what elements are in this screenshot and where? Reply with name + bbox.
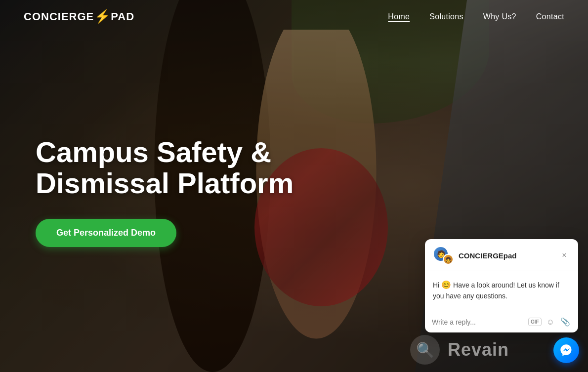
hero-content: Campus Safety & Dismissal Platform Get P… <box>36 136 294 247</box>
chat-reply-input[interactable] <box>432 318 524 326</box>
chat-avatar-small: 👧 <box>443 254 454 265</box>
get-demo-button[interactable]: Get Personalized Demo <box>36 219 176 247</box>
hero-section: CONCIERGE ⚡ PAD Home Solutions Why Us? C… <box>0 0 588 372</box>
nav-link-whyus[interactable]: Why Us? <box>483 12 516 21</box>
chat-widget: 🧑 👧 CONCIERGEpad × Hi 😊 Have a look arou… <box>425 239 578 332</box>
nav-item-contact[interactable]: Contact <box>536 12 564 21</box>
nav-link-home[interactable]: Home <box>388 12 410 21</box>
nav-item-solutions[interactable]: Solutions <box>429 12 463 21</box>
brand-logo[interactable]: CONCIERGE ⚡ PAD <box>24 9 134 24</box>
chat-smile-emoji: 😊 <box>441 281 451 289</box>
hero-title-line1: Campus Safety & <box>36 135 271 167</box>
hero-title: Campus Safety & Dismissal Platform <box>36 136 294 199</box>
messenger-bubble-button[interactable] <box>553 337 579 363</box>
chat-input-area[interactable]: GIF ☺ 📎 <box>425 311 578 332</box>
nav-link-contact[interactable]: Contact <box>536 12 564 21</box>
nav-item-home[interactable]: Home <box>388 12 410 21</box>
chat-message-body: Have a look around! Let us know if you h… <box>433 281 559 300</box>
nav-links: Home Solutions Why Us? Contact <box>388 12 564 21</box>
chat-close-button[interactable]: × <box>558 249 570 261</box>
chat-body: Hi 😊 Have a look around! Let us know if … <box>425 271 578 311</box>
chat-gif-button[interactable]: GIF <box>528 318 542 326</box>
chat-attachment-button[interactable]: 📎 <box>559 316 571 328</box>
chat-title: CONCIERGEpad <box>459 251 517 260</box>
chat-emoji-button[interactable]: ☺ <box>546 317 555 328</box>
hero-title-line2: Dismissal Platform <box>36 167 294 199</box>
chat-header: 🧑 👧 CONCIERGEpad × <box>425 239 578 271</box>
logo-bolt-icon: ⚡ <box>94 9 110 24</box>
chat-message-prefix: Hi <box>433 281 439 289</box>
nav-link-solutions[interactable]: Solutions <box>429 12 463 21</box>
chat-actions: GIF ☺ 📎 <box>528 316 571 328</box>
logo-text-part2: PAD <box>111 10 134 23</box>
chat-avatar-group: 🧑 👧 <box>433 246 454 265</box>
chat-header-left: 🧑 👧 CONCIERGEpad <box>433 246 517 265</box>
logo-text-part1: CONCIERGE <box>24 10 94 23</box>
chat-message: Hi 😊 Have a look around! Let us know if … <box>433 279 570 301</box>
nav-item-whyus[interactable]: Why Us? <box>483 12 516 21</box>
messenger-icon <box>559 343 573 357</box>
revain-text: Revain <box>448 339 509 360</box>
navbar: CONCIERGE ⚡ PAD Home Solutions Why Us? C… <box>0 0 588 33</box>
revain-icon: 🔍 <box>410 335 440 365</box>
